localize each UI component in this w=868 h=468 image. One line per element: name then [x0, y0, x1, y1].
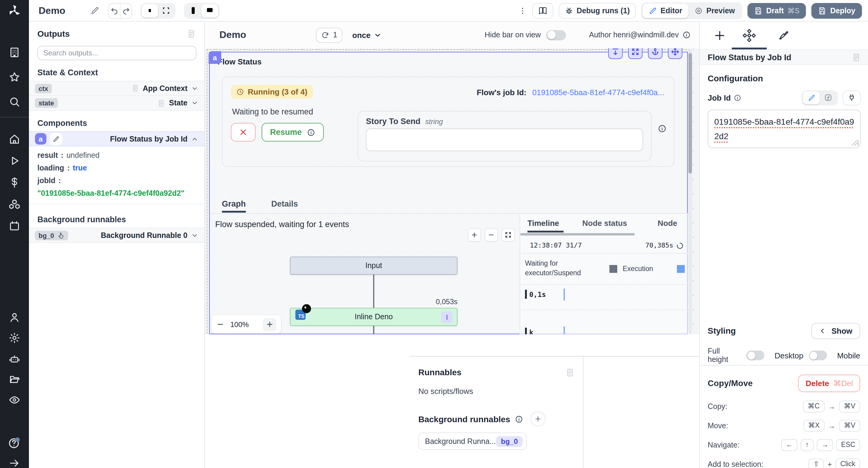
prop-loading-key[interactable]: loading	[37, 164, 64, 172]
function-input-mode-icon[interactable]	[820, 91, 837, 104]
home-icon[interactable]	[8, 133, 21, 146]
styling-tab-icon[interactable]	[777, 29, 790, 42]
flow-job-id-link[interactable]: 0191085e-5baa-81ef-4774-c9ef4f0a...	[532, 88, 664, 97]
connect-plug-icon[interactable]	[843, 90, 861, 105]
refresh-button[interactable]: 1	[316, 27, 343, 42]
component-row-a[interactable]: a Flow Status by Job Id	[29, 131, 204, 146]
search-icon[interactable]	[8, 95, 21, 108]
edit-title-icon[interactable]	[91, 6, 100, 15]
spinner-icon	[676, 242, 684, 249]
resize-handle[interactable]	[853, 140, 858, 146]
info-icon[interactable]	[515, 415, 524, 423]
settings-gear-icon[interactable]	[8, 331, 21, 344]
draft-button[interactable]: Draft ⌘S	[747, 3, 806, 19]
graph-node-input[interactable]: Input	[290, 257, 458, 275]
zoom-in-icon[interactable]	[263, 318, 276, 331]
story-textarea[interactable]	[366, 128, 643, 151]
static-input-mode-icon[interactable]	[803, 91, 820, 104]
undo-button[interactable]	[109, 3, 120, 18]
redo-button[interactable]	[120, 3, 132, 18]
chevron-up-icon[interactable]	[191, 135, 198, 142]
desktop-toggle[interactable]	[809, 350, 827, 360]
tab-details[interactable]: Details	[271, 199, 298, 208]
search-outputs-input[interactable]	[37, 46, 196, 60]
prop-loading-value[interactable]: true	[73, 164, 87, 172]
rename-component-icon[interactable]	[50, 133, 62, 145]
ctx-row[interactable]: ctx App Context	[29, 81, 204, 96]
preview-tab[interactable]: Preview	[688, 3, 741, 18]
resources-cubes-icon[interactable]	[8, 198, 21, 211]
bg-runnable-row[interactable]: bg_0 Background Runnable 0	[29, 228, 204, 243]
chevron-down-icon[interactable]	[191, 232, 198, 239]
move-component-icon[interactable]	[668, 48, 682, 59]
runs-play-icon[interactable]	[8, 154, 21, 167]
prop-jobid-value[interactable]: "0191085e-5baa-81ef-4774-c9ef4f0a92d2"	[37, 189, 184, 198]
state-context-title: State & Context	[37, 68, 196, 77]
tab-graph[interactable]: Graph	[222, 199, 246, 208]
runnables-log-icon[interactable]	[565, 368, 575, 377]
zoom-out-icon[interactable]	[216, 321, 224, 328]
expand-sidebar-icon[interactable]	[8, 457, 21, 468]
full-height-toggle[interactable]	[746, 350, 764, 360]
deploy-button[interactable]: Deploy	[812, 3, 862, 19]
variables-dollar-icon[interactable]	[8, 176, 21, 189]
add-bg-runnable-button[interactable]	[531, 411, 546, 427]
job-id-input[interactable]: 0191085e-5baa-81ef-4774-c9ef4f0a92d2	[708, 110, 861, 148]
flow-status-component[interactable]: a Flow Status	[209, 52, 688, 334]
debug-runs-button[interactable]: Debug runs (1)	[558, 3, 636, 19]
docs-button[interactable]	[532, 3, 553, 19]
info-icon[interactable]	[658, 124, 667, 133]
info-icon[interactable]	[734, 94, 742, 101]
zoom-in-icon[interactable]	[468, 228, 481, 241]
schedules-calendar-icon[interactable]	[8, 219, 21, 233]
tab-timeline[interactable]: Timeline	[527, 219, 559, 228]
info-icon[interactable]	[682, 31, 691, 39]
desktop-view-button[interactable]	[202, 4, 218, 17]
canvas-grid[interactable]: a Flow Status	[205, 48, 699, 334]
help-icon[interactable]	[8, 436, 21, 449]
editor-tab[interactable]: Editor	[643, 3, 688, 18]
centered-layout-button[interactable]	[142, 4, 158, 17]
full-width-layout-button[interactable]	[158, 4, 175, 17]
canvas-vertical-scrollbar[interactable]	[688, 49, 692, 332]
flow-graph[interactable]: Flow suspended, waiting for 1 events Inp…	[210, 214, 520, 334]
folders-icon[interactable]	[8, 373, 21, 386]
insert-below-icon[interactable]	[608, 48, 623, 59]
audit-eye-icon[interactable]	[8, 393, 21, 407]
mobile-view-button[interactable]	[185, 4, 202, 17]
user-icon[interactable]	[8, 311, 21, 324]
show-styling-button[interactable]: Show	[812, 323, 860, 339]
outputs-log-icon[interactable]	[187, 29, 196, 38]
flow-status-card: Running (3 of 4) Flow's job Id: 0191085e…	[222, 76, 675, 167]
workers-robot-icon[interactable]	[8, 353, 21, 366]
delete-component-button[interactable]: Delete ⌘Del	[798, 374, 860, 392]
insert-component-tab-icon[interactable]	[713, 29, 726, 42]
building-icon[interactable]	[8, 46, 21, 59]
prop-result-value[interactable]: undefined	[66, 151, 99, 160]
kebab-menu-icon[interactable]	[518, 6, 527, 15]
chevron-down-icon[interactable]	[191, 99, 198, 107]
scrollbar-thumb[interactable]	[688, 53, 692, 173]
expand-component-icon[interactable]	[628, 48, 643, 59]
prop-jobid-key[interactable]: jobId	[37, 176, 56, 185]
cancel-button[interactable]	[231, 123, 255, 141]
tab-node[interactable]: Node	[658, 219, 677, 228]
horizontal-scrollbar[interactable]	[520, 233, 635, 235]
prop-result-key[interactable]: result	[37, 151, 58, 160]
chevron-down-icon[interactable]	[191, 85, 198, 92]
resume-button[interactable]: Resume	[261, 123, 323, 141]
bg-runnable-item[interactable]: Background Runna... bg_0	[418, 432, 527, 450]
hide-bar-toggle[interactable]	[546, 30, 566, 40]
status-badge: Running (3 of 4)	[231, 85, 313, 99]
state-row[interactable]: state State	[29, 96, 204, 111]
star-icon[interactable]	[8, 70, 21, 84]
fit-view-icon[interactable]	[501, 228, 515, 241]
windmill-logo[interactable]	[0, 0, 29, 22]
graph-node-inline-deno[interactable]: TS Inline Deno I	[290, 308, 458, 326]
inspector-log-icon[interactable]	[852, 53, 861, 62]
zoom-out-icon[interactable]	[485, 228, 498, 241]
tab-node-status[interactable]: Node status	[582, 219, 627, 228]
anchor-icon[interactable]	[648, 48, 662, 59]
schedule-select[interactable]: once	[352, 30, 381, 39]
component-settings-tab-icon[interactable]	[743, 29, 756, 42]
